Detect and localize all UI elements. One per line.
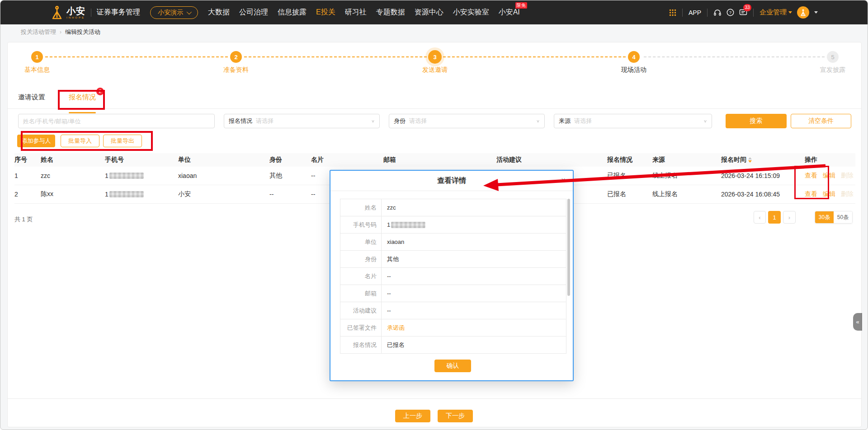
top-nav: 小安 INHOPE 证券事务管理 小安演示 大数据 公司治理 信息披露 E投关 …: [0, 0, 868, 24]
nav-divider: [91, 9, 91, 17]
enterprise-admin-label: 企业管理: [760, 8, 787, 17]
clear-filters-button[interactable]: 清空条件: [791, 114, 851, 128]
previous-step-button[interactable]: 上一步: [395, 410, 430, 422]
sort-icon[interactable]: [748, 157, 752, 163]
cell-no: 1: [14, 172, 41, 179]
user-avatar[interactable]: [797, 6, 809, 19]
nav-item-disclosure[interactable]: 信息披露: [278, 8, 307, 17]
org-selector-dropdown[interactable]: 小安演示: [150, 6, 198, 19]
detail-row: 邮箱--: [340, 285, 566, 302]
col-identity: 身份: [269, 156, 311, 164]
step-5-circle: 5: [827, 51, 839, 63]
help-icon[interactable]: ?: [726, 9, 734, 16]
enterprise-admin-menu[interactable]: 企业管理: [760, 8, 792, 17]
confirm-button[interactable]: 确认: [434, 360, 471, 372]
app-download-link[interactable]: APP: [689, 9, 701, 16]
page-size-30[interactable]: 30条: [815, 211, 834, 223]
field-value: 1: [382, 216, 566, 233]
message-icon[interactable]: 33: [739, 9, 747, 16]
field-label: 报名情况: [340, 337, 382, 353]
step-4-label: 现场活动: [607, 66, 661, 74]
nav-brand: 小安 INHOPE 证券事务管理 小安演示: [51, 5, 198, 20]
field-label: 邮箱: [340, 285, 382, 302]
cell-name: 陈xx: [41, 190, 105, 198]
field-value: zzc: [382, 199, 566, 216]
detail-row: 单位xiaoan: [340, 234, 566, 251]
apps-grid-icon[interactable]: [669, 9, 676, 16]
field-value: 其他: [382, 251, 566, 267]
nav-item-academy[interactable]: 研习社: [345, 8, 367, 17]
nav-item-bigdata[interactable]: 大数据: [208, 8, 230, 17]
detail-table: 姓名zzc 手机号码1 单位xiaoan 身份其他 名片-- 邮箱-- 活动建议…: [340, 199, 566, 354]
col-signup-time[interactable]: 报名时间: [721, 156, 805, 164]
col-source: 来源: [652, 156, 721, 164]
tab-signup-status[interactable]: 报名情况 2: [69, 91, 96, 108]
col-status: 报名情况: [607, 156, 652, 164]
nav-item-ai-label: 小安AI: [499, 8, 520, 16]
step-3-label: 发送邀请: [408, 66, 462, 74]
nav-item-resource-center[interactable]: 资源中心: [415, 8, 443, 17]
nav-item-governance[interactable]: 公司治理: [239, 8, 268, 17]
view-detail-modal: 查看详情 × 姓名zzc 手机号码1 单位xiaoan 身份其他 名片-- 邮箱…: [330, 170, 574, 381]
breadcrumb-root[interactable]: 投关活动管理: [21, 28, 56, 36]
tab-invite-settings[interactable]: 邀请设置: [18, 91, 45, 108]
next-step-button[interactable]: 下一步: [438, 410, 473, 422]
add-participant-button[interactable]: 添加参与人: [17, 135, 55, 147]
nav-divider: [753, 9, 754, 17]
headset-support-icon[interactable]: [713, 9, 722, 17]
source-select[interactable]: 来源 请选择 ∨: [554, 114, 712, 128]
prev-page-button[interactable]: ‹: [754, 211, 766, 224]
identity-select[interactable]: 身份 请选择 ∨: [389, 114, 545, 128]
nav-item-lab[interactable]: 小安实验室: [453, 8, 489, 17]
detail-row: 姓名zzc: [340, 199, 566, 216]
breadcrumb: 投关活动管理 › 编辑投关活动: [0, 24, 868, 39]
page-size-50[interactable]: 50条: [834, 211, 852, 223]
keyword-search-input[interactable]: [18, 114, 215, 128]
edit-link[interactable]: 编辑: [823, 172, 835, 179]
tabs-divider: [8, 108, 861, 109]
delete-link[interactable]: 删除: [841, 172, 854, 179]
nav-item-ai[interactable]: 小安AI限免: [499, 8, 520, 17]
close-icon[interactable]: ×: [561, 176, 566, 184]
cell-status: 已报名: [607, 190, 652, 198]
phone-mosaic-blur: [109, 191, 144, 197]
signup-status-select[interactable]: 报名情况 请选择 ∨: [224, 114, 380, 128]
edit-link[interactable]: 编辑: [823, 190, 835, 197]
tab-signup-label: 报名情况: [69, 93, 96, 101]
chevron-down-icon[interactable]: [814, 11, 818, 14]
next-page-button[interactable]: ›: [783, 211, 796, 224]
field-label: 单位: [340, 234, 382, 250]
nav-menu: 大数据 公司治理 信息披露 E投关 研习社 专题数据 资源中心 小安实验室 小安…: [208, 8, 520, 17]
search-button[interactable]: 搜索: [726, 114, 787, 128]
chevron-down-icon: ∨: [536, 119, 540, 123]
nav-item-topic-data[interactable]: 专题数据: [376, 8, 405, 17]
select-label: 身份: [394, 117, 406, 125]
step-1-circle: 1: [31, 51, 43, 63]
batch-export-button[interactable]: 批量导出: [103, 135, 142, 147]
step-connector: [443, 56, 626, 57]
col-email: 邮箱: [383, 156, 496, 164]
collapse-icon: «: [856, 318, 859, 325]
delete-link[interactable]: 删除: [841, 190, 854, 197]
cell-org: xiaoan: [178, 172, 269, 179]
cell-actions: 查看 编辑 删除: [805, 190, 855, 198]
detail-row: 名片--: [340, 268, 566, 285]
logo-subtext: INHOPE: [66, 16, 85, 19]
detail-row: 报名情况已报名: [340, 337, 566, 354]
nav-item-e-ir[interactable]: E投关: [316, 8, 335, 17]
modal-scrollbar[interactable]: [567, 199, 570, 296]
step-5-label: 宣发披露: [806, 66, 860, 74]
field-value: 已报名: [382, 337, 566, 353]
batch-import-button[interactable]: 批量导入: [61, 135, 99, 147]
step-4-circle: 4: [628, 51, 640, 63]
signed-file-link[interactable]: 承诺函: [382, 319, 566, 336]
collapse-panel-handle[interactable]: «: [853, 313, 862, 331]
phone-mosaic-blur: [391, 222, 425, 228]
free-badge: 限免: [515, 2, 527, 9]
field-label: 姓名: [340, 199, 382, 216]
view-link[interactable]: 查看: [805, 190, 817, 197]
cell-identity: --: [269, 191, 311, 198]
view-link[interactable]: 查看: [805, 172, 817, 179]
detail-row: 身份其他: [340, 251, 566, 268]
current-page-button[interactable]: 1: [768, 211, 781, 224]
